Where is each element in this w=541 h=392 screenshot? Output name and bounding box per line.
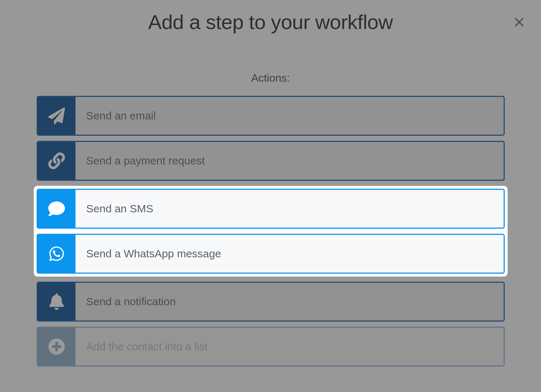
icon-slot <box>38 190 75 228</box>
icon-slot <box>38 235 75 273</box>
add-step-modal: Add a step to your workflow Actions: Sen… <box>37 0 505 367</box>
action-send-payment-request[interactable]: Send a payment request <box>37 141 505 181</box>
icon-slot <box>38 142 75 180</box>
action-send-notification[interactable]: Send a notification <box>37 282 505 322</box>
whatsapp-icon <box>48 245 65 262</box>
action-label: Send an SMS <box>75 190 153 228</box>
action-label: Send a WhatsApp message <box>75 235 221 273</box>
icon-slot <box>38 97 75 135</box>
paper-plane-icon <box>48 107 65 124</box>
modal-header: Add a step to your workflow <box>37 10 505 34</box>
bell-icon <box>48 293 65 310</box>
action-send-whatsapp[interactable]: Send a WhatsApp message <box>37 234 505 274</box>
action-send-sms[interactable]: Send an SMS <box>37 189 505 229</box>
action-add-contact-to-list[interactable]: Add the contact into a list <box>37 327 505 367</box>
action-send-email[interactable]: Send an email <box>37 96 505 136</box>
action-label: Send an email <box>75 97 156 135</box>
highlighted-actions: Send an SMS Send a WhatsApp message <box>34 186 508 277</box>
plus-circle-icon <box>48 338 65 355</box>
action-label: Add the contact into a list <box>75 328 208 366</box>
close-button[interactable] <box>510 13 528 31</box>
icon-slot <box>38 283 75 320</box>
action-label: Send a payment request <box>75 142 205 180</box>
icon-slot <box>38 328 75 366</box>
modal-title: Add a step to your workflow <box>148 10 393 34</box>
action-list: Send an email Send a payment request Sen… <box>37 96 505 367</box>
close-icon <box>512 15 527 30</box>
action-label: Send a notification <box>75 283 176 320</box>
link-icon <box>48 152 65 169</box>
chat-bubble-icon <box>48 200 65 217</box>
actions-section-label: Actions: <box>37 72 505 84</box>
